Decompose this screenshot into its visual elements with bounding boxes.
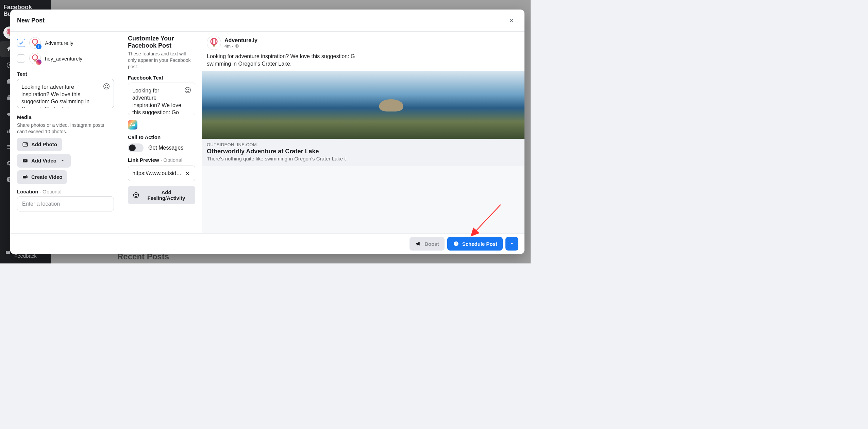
smiley-icon	[184, 86, 191, 94]
checkbox-checked[interactable]	[17, 39, 25, 47]
svg-point-23	[185, 87, 191, 93]
clear-link-button[interactable]	[183, 169, 191, 177]
svg-point-25	[188, 89, 189, 90]
fb-text-label: Facebook Text	[128, 75, 195, 81]
link-preview-label: Link Preview · Optional	[128, 157, 195, 163]
location-label: Location · Optional	[17, 189, 114, 194]
facebook-badge-icon: f	[36, 44, 41, 49]
schedule-dropdown-button[interactable]	[505, 237, 518, 251]
emoji-button[interactable]	[102, 82, 111, 90]
modal-footer: Boost Schedule Post	[10, 233, 524, 254]
account-name: hey_adventurely	[45, 56, 82, 62]
link-preview-input[interactable]: https://www.outsideonline.com/2421…	[128, 166, 195, 181]
preview-author: Adventure.ly	[224, 37, 257, 44]
account-avatar: f	[29, 37, 41, 49]
smiley-icon	[133, 192, 139, 199]
link-url: https://www.outsideonline.com/2421…	[132, 170, 183, 176]
schedule-post-label: Schedule Post	[462, 241, 497, 247]
video-icon	[22, 157, 29, 164]
megaphone-icon	[415, 240, 422, 247]
add-feeling-button[interactable]: Add Feeling/Activity	[128, 186, 195, 204]
preview-meta: 4m ·	[224, 44, 257, 49]
close-icon	[508, 17, 515, 24]
close-button[interactable]	[505, 14, 518, 27]
schedule-post-button[interactable]: Schedule Post	[447, 237, 503, 251]
svg-point-22	[26, 175, 27, 176]
add-video-label: Add Video	[31, 158, 56, 164]
svg-point-14	[104, 84, 110, 89]
preview-image	[202, 71, 524, 139]
chevron-down-icon	[510, 241, 514, 246]
media-sublabel: Share photos or a video. Instagram posts…	[17, 122, 114, 135]
svg-point-24	[186, 89, 187, 90]
svg-point-15	[105, 85, 106, 86]
media-label: Media	[17, 114, 114, 120]
instagram-badge-icon	[36, 59, 41, 65]
preview-body: Looking for adventure inspiration? We lo…	[202, 53, 524, 71]
close-icon	[184, 170, 190, 176]
create-video-label: Create Video	[31, 174, 62, 180]
customize-sub: These features and text will only appear…	[128, 51, 195, 70]
svg-rect-13	[34, 60, 36, 61]
preview-avatar	[207, 36, 221, 50]
create-video-button[interactable]: Create Video	[17, 170, 67, 184]
preview-card: Adventure.ly 4m · Looking for adventure …	[202, 32, 524, 166]
location-input[interactable]	[17, 196, 114, 211]
add-photo-label: Add Photo	[31, 141, 57, 147]
svg-rect-30	[213, 45, 215, 47]
preview-link-desc: There's nothing quite like swimming in O…	[207, 156, 520, 161]
smiley-icon	[103, 83, 110, 90]
location-label-text: Location	[17, 189, 38, 194]
add-photo-button[interactable]: + Add Photo	[17, 138, 62, 151]
account-row-facebook[interactable]: f Adventure.ly	[17, 35, 114, 51]
optional-tag: Optional	[43, 189, 62, 194]
svg-text:+: +	[26, 143, 27, 145]
customize-heading: Customize Your Facebook Post	[128, 35, 195, 49]
boost-label: Boost	[424, 241, 439, 247]
preview-pane: Adventure.ly 4m · Looking for adventure …	[202, 32, 524, 233]
preview-time: 4m	[224, 44, 231, 49]
get-messages-label: Get Messages	[148, 145, 183, 151]
account-row-instagram[interactable]: hey_adventurely	[17, 51, 114, 66]
text-style-chip[interactable]: Aa	[128, 120, 137, 130]
text-label: Text	[17, 71, 114, 77]
customize-pane: Customize Your Facebook Post These featu…	[121, 32, 202, 233]
emoji-button[interactable]	[184, 86, 192, 94]
svg-rect-5	[7, 131, 8, 133]
preview-link-title: Otherworldly Adventure at Crater Lake	[207, 148, 520, 155]
globe-icon	[235, 44, 239, 48]
add-video-button[interactable]: Add Video	[17, 154, 71, 168]
get-messages-toggle[interactable]	[128, 143, 144, 152]
optional-tag: Optional	[163, 157, 182, 163]
boost-button[interactable]: Boost	[410, 237, 445, 251]
new-post-modal: New Post f Adventure.ly	[10, 10, 524, 254]
compose-pane: f Adventure.ly hey_adventurely Text Med	[10, 32, 121, 233]
add-feeling-label: Add Feeling/Activity	[142, 189, 190, 201]
modal-title: New Post	[17, 17, 45, 24]
chevron-down-icon	[59, 157, 66, 164]
link-preview-label-text: Link Preview	[128, 157, 159, 163]
photo-icon: +	[22, 141, 29, 148]
preview-link-domain: OUTSIDEONLINE.COM	[207, 142, 520, 147]
post-text-input[interactable]	[17, 79, 114, 108]
svg-point-27	[135, 194, 136, 195]
svg-point-26	[134, 192, 139, 198]
modal-header: New Post	[10, 10, 524, 32]
preview-link-card[interactable]: OUTSIDEONLINE.COM Otherworldly Adventure…	[202, 139, 524, 166]
video-create-icon	[22, 174, 29, 181]
svg-rect-11	[34, 45, 36, 46]
account-avatar	[29, 53, 41, 64]
checkbox-unchecked[interactable]	[17, 54, 25, 63]
cta-label: Call to Action	[128, 134, 195, 140]
svg-point-16	[107, 85, 108, 86]
account-name: Adventure.ly	[45, 40, 73, 46]
svg-rect-21	[23, 176, 27, 178]
clock-icon	[453, 240, 460, 247]
svg-point-28	[137, 194, 137, 195]
